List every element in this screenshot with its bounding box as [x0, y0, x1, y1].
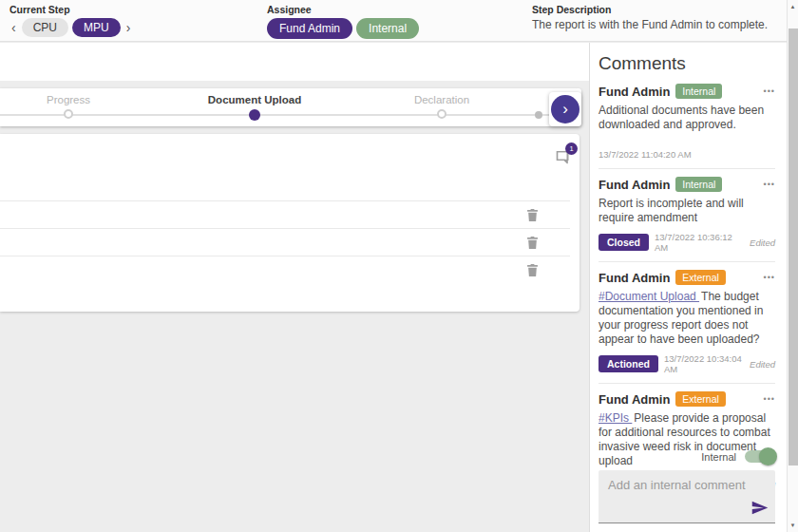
- comment-input-box: [598, 470, 775, 523]
- document-list-card: 1: [0, 134, 580, 312]
- comment-menu-icon[interactable]: •••: [764, 394, 775, 404]
- comment-author: Fund Admin: [598, 392, 670, 407]
- stepper-next-button[interactable]: ›: [551, 95, 580, 124]
- comment-author: Fund Admin: [598, 271, 670, 285]
- document-row[interactable]: [0, 228, 570, 256]
- comment-text: Additional documents have been downloade…: [598, 104, 775, 132]
- step-description-group: Step Description The report is with the …: [532, 4, 779, 31]
- internal-toggle[interactable]: [745, 450, 775, 463]
- delete-button[interactable]: [525, 263, 540, 278]
- comment: Fund Admin Internal ••• Additional docum…: [598, 76, 775, 169]
- comment-menu-icon[interactable]: •••: [764, 86, 775, 96]
- internal-toggle-label: Internal: [701, 451, 736, 463]
- delete-button[interactable]: [525, 208, 540, 223]
- status-badge: Closed: [598, 234, 649, 251]
- comment: Fund Admin Internal ••• Report is incomp…: [598, 169, 775, 262]
- hashtag-link-document-upload[interactable]: #Document Upload: [598, 290, 699, 303]
- visibility-badge: External: [675, 391, 726, 407]
- current-step-label: Current Step: [10, 4, 132, 15]
- comment-composer: Internal: [598, 450, 775, 523]
- assignee-group: Assignee Fund Admin Internal: [267, 4, 419, 39]
- page-header: Current Step ‹ CPU MPU › Assignee Fund A…: [0, 0, 787, 42]
- stepper: Progress Document Upload Declaration ›: [0, 88, 581, 126]
- comment-input[interactable]: [598, 470, 775, 508]
- stepper-node-declaration[interactable]: [437, 109, 446, 119]
- comment-text: Report is incomplete and will require am…: [598, 197, 775, 225]
- hashtag-link-kpis[interactable]: #KPIs: [598, 411, 632, 425]
- assignee-name-chip: Fund Admin: [267, 18, 352, 39]
- toolbar-strip: [0, 43, 589, 81]
- comment-timestamp: 13/7/2022 11:04:20 AM: [598, 149, 692, 160]
- assignee-visibility-chip: Internal: [356, 18, 419, 39]
- edited-label: Edited: [750, 238, 775, 248]
- page-scrollbar[interactable]: ▲ ▼: [787, 0, 798, 532]
- stepper-node-progress[interactable]: [64, 109, 73, 119]
- comment: Fund Admin External ••• #Document Upload…: [598, 262, 775, 384]
- scroll-down-icon[interactable]: ▼: [788, 522, 798, 528]
- step-description-text: The report is with the Fund Admin to com…: [532, 18, 779, 31]
- send-icon: [751, 501, 769, 515]
- edited-label: Edited: [750, 359, 775, 370]
- current-step-group: Current Step ‹ CPU MPU ›: [10, 4, 132, 37]
- visibility-badge: Internal: [675, 84, 722, 99]
- comment-timestamp: 13/7/2022 10:36:12 AM: [655, 232, 744, 253]
- comment-timestamp: 13/7/2022 10:34:04 AM: [664, 353, 744, 374]
- comment-menu-icon[interactable]: •••: [764, 273, 775, 282]
- document-row[interactable]: [0, 256, 570, 283]
- document-row[interactable]: [0, 200, 570, 228]
- stepper-node-document-upload[interactable]: [249, 109, 260, 121]
- step-next-icon[interactable]: ›: [124, 21, 133, 34]
- comment-text: #Document Upload The budget documentatio…: [598, 290, 775, 347]
- scrollbar-thumb[interactable]: [788, 28, 798, 466]
- trash-icon: [526, 208, 539, 222]
- comments-panel: Comments Fund Admin Internal ••• Additio…: [589, 43, 787, 532]
- step-description-label: Step Description: [532, 4, 779, 15]
- stepper-next-box: ›: [549, 92, 581, 126]
- step-prev-icon[interactable]: ‹: [10, 21, 18, 34]
- stepper-step-document-upload[interactable]: Document Upload: [208, 94, 301, 105]
- document-rows: [0, 200, 570, 283]
- stepper-line: [0, 114, 549, 116]
- scroll-up-icon[interactable]: ▲: [788, 4, 798, 10]
- trash-icon: [526, 236, 539, 250]
- visibility-badge: Internal: [675, 177, 722, 192]
- stepper-step-declaration[interactable]: Declaration: [414, 94, 469, 105]
- comment-author: Fund Admin: [598, 85, 670, 99]
- stepper-step-progress[interactable]: Progress: [47, 94, 90, 105]
- step-pill-mpu[interactable]: MPU: [72, 18, 121, 37]
- assignee-label: Assignee: [267, 4, 419, 15]
- step-pill-cpu[interactable]: CPU: [22, 18, 68, 37]
- status-badge: Actioned: [598, 355, 658, 372]
- send-comment-button[interactable]: [751, 501, 769, 518]
- comments-indicator-button[interactable]: 1: [555, 149, 571, 164]
- toggle-knob: [759, 447, 777, 466]
- delete-button[interactable]: [525, 236, 540, 251]
- visibility-badge: External: [675, 270, 726, 285]
- comment-author: Fund Admin: [598, 178, 670, 192]
- stepper-node-next-step[interactable]: [535, 111, 542, 119]
- comment-count-badge: 1: [565, 142, 578, 155]
- trash-icon: [526, 263, 539, 277]
- comment-menu-icon[interactable]: •••: [764, 180, 775, 189]
- comments-title: Comments: [598, 53, 775, 74]
